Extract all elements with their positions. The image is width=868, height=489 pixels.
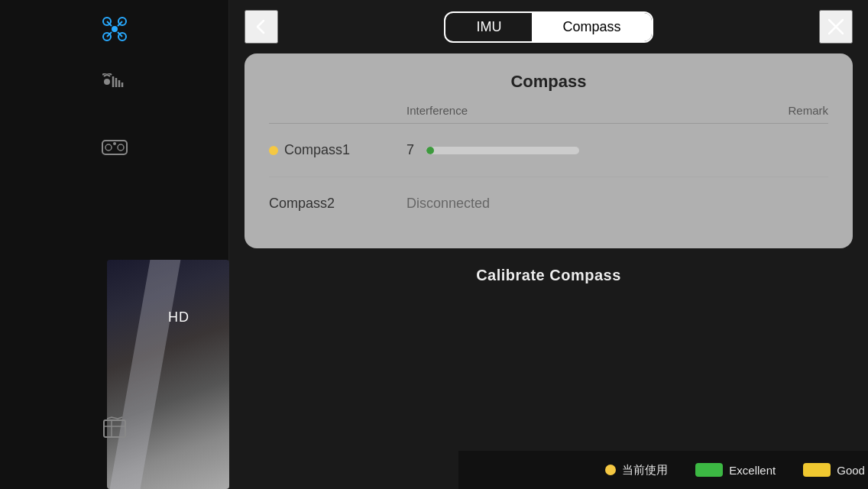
status-dot-compass1 [269, 146, 278, 155]
sensor-value-compass2: Disconnected [406, 196, 737, 212]
main-content: IMU Compass Compass Interference Remark … [229, 0, 868, 489]
tab-imu[interactable]: IMU [445, 13, 532, 41]
close-button[interactable] [819, 10, 853, 44]
sensor-name-compass1: Compass1 [269, 142, 406, 158]
tab-group: IMU Compass [444, 11, 653, 43]
sensor-value-compass1: 7 [406, 142, 737, 158]
sensor-row-compass2: Compass2 Disconnected [269, 177, 828, 230]
col-remark-header: Remark [737, 104, 828, 117]
legend-green-rect [695, 463, 723, 477]
hd-label-text: HD [168, 309, 189, 325]
sensor-name-compass2: Compass2 [269, 196, 406, 212]
svg-point-16 [118, 144, 124, 151]
interference-fill-compass1 [426, 147, 434, 154]
svg-point-0 [112, 26, 118, 32]
legend-excellent: Excellent [695, 463, 776, 477]
svg-point-15 [105, 144, 112, 151]
legend-yellow-rect [803, 463, 831, 477]
interference-bar-compass1 [426, 147, 579, 154]
card-header: Interference Remark [269, 104, 828, 124]
sidebar-item-map[interactable] [102, 416, 127, 443]
legend-bar: 当前使用 Excellent Good Poor [458, 451, 868, 489]
card-title: Compass [269, 72, 828, 92]
sidebar-item-drone[interactable] [101, 15, 128, 43]
calibrate-button[interactable]: Calibrate Compass [476, 267, 621, 284]
top-nav: IMU Compass [229, 0, 868, 53]
camera-preview [107, 260, 229, 489]
sidebar-item-controller[interactable] [101, 136, 128, 159]
sensor-row-compass1: Compass1 7 [269, 124, 828, 177]
col-interference-header: Interference [406, 104, 737, 117]
compass-card: Compass Interference Remark Compass1 7 [245, 53, 853, 248]
svg-point-17 [113, 142, 116, 145]
sidebar-item-signal[interactable] [102, 73, 127, 90]
legend-good: Good [803, 463, 865, 477]
sidebar: HD [0, 0, 229, 489]
svg-rect-18 [104, 420, 125, 437]
legend-current-use: 当前使用 [605, 463, 668, 478]
svg-point-9 [104, 79, 110, 85]
tab-compass[interactable]: Compass [532, 13, 651, 41]
legend-yellow-dot [605, 465, 616, 475]
calibrate-section: Calibrate Compass [229, 267, 868, 284]
back-button[interactable] [245, 10, 278, 44]
disconnected-label: Disconnected [406, 196, 490, 212]
